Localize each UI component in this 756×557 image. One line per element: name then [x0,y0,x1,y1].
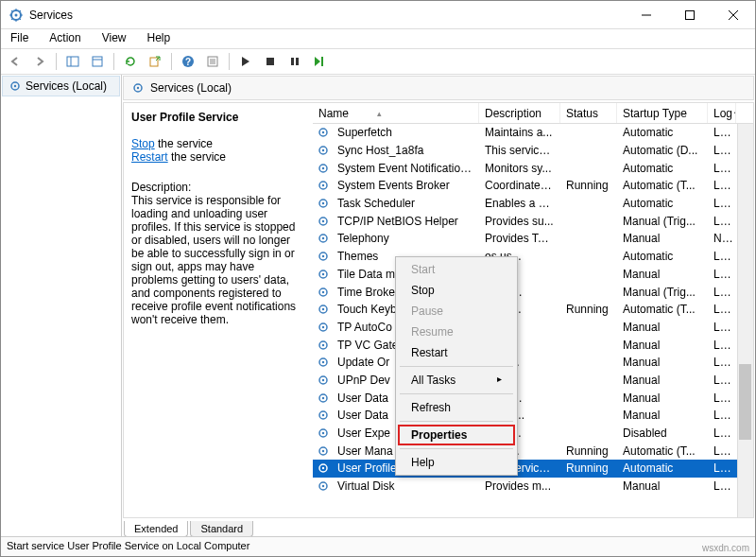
gear-icon [317,321,332,334]
stop-service-button[interactable] [260,51,281,72]
cell-status: Running [560,444,617,458]
cell-logon: Loc [708,392,736,405]
svg-rect-19 [296,58,299,65]
minimize-button[interactable] [625,1,668,29]
menu-action[interactable]: Action [45,29,84,48]
pause-service-button[interactable] [284,51,305,72]
table-row[interactable]: User Dataes ap...ManualLoc [313,389,753,407]
table-row[interactable]: Update Ores W...ManualLoc [313,354,753,372]
svg-rect-3 [686,10,695,19]
tab-extended[interactable]: Extended [124,521,188,537]
gear-icon [9,79,22,93]
table-row[interactable]: Themeses us...AutomaticLoc [313,248,753,266]
col-header-status[interactable]: Status [560,103,617,123]
watermark: wsxdn.com [702,543,749,553]
table-row[interactable]: Tile Data mver f...ManualLoc [313,266,753,284]
stop-link[interactable]: Stop [131,137,155,150]
table-row[interactable]: Virtual DiskProvides m...ManualLoc [313,478,753,496]
cell-startup: Manual [617,321,708,334]
toolbar-separator [113,53,114,70]
table-row[interactable]: Time Brokenates...Manual (Trig...Loc [313,283,753,301]
table-row[interactable]: User Profile ServiceThis service ...Runn… [313,460,753,478]
cell-description: Provides m... [479,479,560,493]
sort-indicator-icon: ▴ [377,109,382,118]
ctx-help[interactable]: Help [398,452,515,473]
export-list-button[interactable] [87,51,108,72]
table-row[interactable]: User Dataes sto...ManualLoc [313,407,753,425]
restart-link[interactable]: Restart [131,150,168,164]
table-row[interactable]: Sync Host_1a8faThis service ...Automatic… [313,142,753,160]
table-row[interactable]: User Expees su...DisabledLoc [313,425,753,443]
ctx-restart[interactable]: Restart [398,342,515,363]
svg-rect-18 [291,58,294,65]
table-row[interactable]: System Event Notification S...Monitors s… [313,159,753,177]
table-row[interactable]: TP AutoCoint .p...ManualLoc [313,319,753,337]
svg-point-26 [322,131,324,133]
table-row[interactable]: User Manaanag...RunningAutomatic (T...Lo… [313,442,753,460]
ctx-stop[interactable]: Stop [398,280,515,301]
svg-point-34 [322,202,324,204]
cell-startup: Automatic (T... [617,444,708,458]
scrollbar-thumb[interactable] [739,364,751,440]
svg-point-46 [322,308,324,310]
close-button[interactable] [712,1,755,29]
start-service-button[interactable] [235,51,256,72]
tab-standard[interactable]: Standard [190,521,253,537]
ctx-properties[interactable]: Properties [398,425,515,445]
svg-point-56 [322,396,324,398]
ctx-resume[interactable]: Resume [398,322,515,342]
menu-bar: File Action View Help [1,29,755,48]
table-row[interactable]: SuperfetchMaintains a...AutomaticLoc [313,124,753,142]
cell-logon: Loc [708,268,736,281]
menu-help[interactable]: Help [144,29,175,48]
menu-view[interactable]: View [98,29,130,48]
svg-point-48 [322,326,324,328]
ctx-refresh[interactable]: Refresh [398,397,515,418]
tree-pane: Services (Local) [1,75,122,537]
table-row[interactable]: Task SchedulerEnables a us...AutomaticLo… [313,195,753,213]
col-header-description[interactable]: Description [479,103,560,123]
table-row[interactable]: TP VC Gateint c...ManualLoc [313,336,753,354]
svg-point-38 [322,237,324,239]
ctx-separator [400,366,513,367]
back-button[interactable] [5,51,26,72]
status-bar: Start service User Profile Service on Lo… [1,536,755,556]
export-button[interactable] [145,51,165,72]
gear-icon [317,286,332,299]
show-hide-tree-button[interactable] [62,51,83,72]
svg-point-50 [322,343,324,345]
tree-item-label: Services (Local) [26,79,107,93]
table-row[interactable]: UPnP DevUPn...ManualLoc [313,372,753,390]
cell-logon: Loc [708,179,736,192]
restart-service-button[interactable] [309,51,330,72]
services-list: Name▴ Description Status Startup Type Lo… [313,103,753,517]
tree-item-services-local[interactable]: Services (Local) [2,76,120,96]
cell-startup: Manual [617,339,708,352]
col-header-name[interactable]: Name▴ [313,103,479,123]
refresh-button[interactable] [120,51,141,72]
svg-point-54 [322,379,324,381]
properties-button[interactable] [202,51,223,72]
svg-rect-20 [321,57,323,66]
vertical-scrollbar[interactable] [737,124,753,517]
svg-point-28 [322,149,324,151]
col-header-logon[interactable]: Log^ [708,103,736,123]
maximize-button[interactable] [668,1,712,29]
ctx-pause[interactable]: Pause [398,301,515,322]
rows-container[interactable]: SuperfetchMaintains a...AutomaticLocSync… [313,124,753,517]
table-row[interactable]: TelephonyProvides Tel...ManualNet [313,230,753,248]
list-header-title: Services (Local) [150,81,232,95]
menu-file[interactable]: File [7,29,32,48]
forward-button[interactable] [29,51,50,72]
col-header-startup[interactable]: Startup Type [617,103,708,123]
ctx-start[interactable]: Start [398,259,515,280]
cell-startup: Manual [617,356,708,369]
cell-logon: Loc [708,444,736,458]
table-row[interactable]: Touch Keybs Tou...RunningAutomatic (T...… [313,301,753,319]
gear-icon [317,250,332,263]
table-row[interactable]: System Events BrokerCoordinates...Runnin… [313,177,753,195]
ctx-all-tasks[interactable]: All Tasks [398,370,515,391]
table-row[interactable]: TCP/IP NetBIOS HelperProvides su...Manua… [313,212,753,230]
help-button[interactable]: ? [178,51,198,72]
cell-name: System Events Broker [332,179,479,192]
